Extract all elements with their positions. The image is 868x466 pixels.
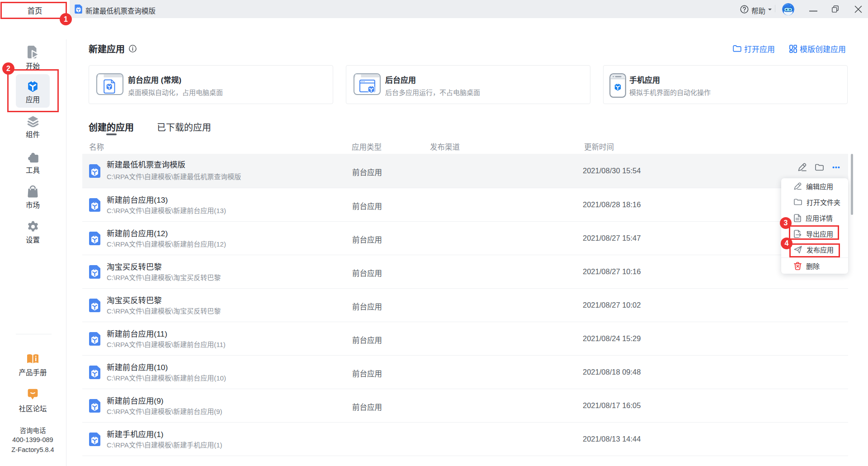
table-row[interactable]: 淘宝买反转巴黎 C:\RPA文件\自建模板\淘宝买反转巴黎 前台应用 2021/… — [82, 255, 848, 289]
row-app-type: 前台应用 — [352, 267, 382, 278]
contact-title: 咨询电话 — [0, 425, 66, 435]
active-tab-underline — [106, 133, 117, 135]
open-app-label: 打开应用 — [744, 43, 775, 54]
sidebar-item-components[interactable]: 组件 — [0, 116, 66, 139]
row-app-name: 新建前台应用(10) — [107, 362, 168, 373]
file-details-icon — [794, 214, 801, 222]
table-body: 新建最低机票查询模版 C:\RPA文件\自建模板\新建最低机票查询模版 前台应用… — [82, 154, 848, 456]
row-app-path: C:\RPA文件\自建模板\淘宝买反转巴黎 — [107, 272, 221, 282]
sidebar-divider-line — [66, 39, 66, 466]
card-mobile-app[interactable]: 手机应用 模拟手机界面的自动化操作 — [603, 65, 848, 104]
sidebar-item-label: 产品手册 — [0, 367, 66, 377]
card-desc: 后台多应用运行，不占电脑桌面 — [385, 87, 480, 97]
annotation-badge-2: 2 — [2, 62, 14, 75]
edit-icon — [794, 182, 802, 190]
row-updated-time: 2021/08/17 16:05 — [583, 401, 641, 410]
tab-downloaded-label: 已下载的应用 — [157, 123, 211, 133]
row-app-name: 淘宝买反转巴黎 — [107, 262, 162, 272]
app-doc-icon — [89, 198, 100, 212]
col-type: 应用类型 — [352, 141, 382, 152]
row-app-type: 前台应用 — [352, 234, 382, 245]
backend-app-icon — [354, 73, 381, 95]
row-app-type: 前台应用 — [352, 166, 382, 177]
minimize-icon — [809, 10, 818, 12]
menu-item-label: 编辑应用 — [806, 181, 833, 191]
info-icon[interactable] — [129, 45, 137, 52]
open-folder-icon — [733, 45, 741, 52]
table-row[interactable]: 新建手机应用(1) C:\RPA文件\自建模板\新建手机应用(1) 2021/0… — [82, 423, 848, 456]
table-row[interactable]: 淘宝买反转巴黎 C:\RPA文件\自建模板\淘宝买反转巴黎 前台应用 2021/… — [82, 289, 848, 322]
minimize-button[interactable] — [804, 0, 822, 18]
annotation-box-4 — [789, 243, 840, 257]
app-version: Z-Factory5.8.4 — [0, 446, 66, 453]
sidebar-item-market[interactable]: 市场 — [0, 185, 66, 209]
menu-item-label: 应用详情 — [806, 213, 833, 223]
card-title: 后台应用 — [385, 75, 480, 86]
folder-icon — [794, 199, 802, 205]
row-updated-time: 2021/08/24 15:29 — [583, 334, 641, 343]
row-app-name: 新建前台应用(11) — [107, 328, 167, 339]
app-doc-icon — [89, 332, 100, 346]
row-app-type: 前台应用 — [352, 368, 382, 379]
row-app-path: C:\RPA文件\自建模板\新建前台应用(11) — [107, 339, 226, 349]
folder-icon[interactable] — [815, 164, 824, 171]
robot-avatar-icon — [782, 3, 794, 15]
row-app-path: C:\RPA文件\自建模板\新建前台应用(13) — [107, 205, 226, 215]
components-icon — [27, 116, 39, 127]
forum-bubble-icon — [28, 389, 38, 400]
template-grid-icon — [789, 45, 797, 53]
card-desc: 桌面模拟自动化，占用电脑桌面 — [128, 87, 223, 97]
sidebar-item-tools[interactable]: 工具 — [0, 151, 66, 175]
sidebar-item-forum[interactable]: 社区论坛 — [0, 389, 66, 413]
settings-icon — [27, 221, 39, 233]
table-row[interactable]: 新建最低机票查询模版 C:\RPA文件\自建模板\新建最低机票查询模版 前台应用… — [82, 154, 848, 188]
row-app-type: 前台应用 — [352, 200, 382, 211]
apps-table: 名称 应用类型 发布渠道 更新时间 新建最低机票查询模版 C:\RPA文件\自建… — [82, 140, 848, 456]
tab-downloaded-apps[interactable]: 已下载的应用 — [157, 120, 211, 133]
annotation-badge-1: 1 — [60, 13, 72, 25]
annotation-badge-4: 4 — [781, 238, 793, 249]
row-app-path: C:\RPA文件\自建模板\新建前台应用(9) — [107, 406, 222, 416]
menu-item-delete[interactable]: 删除 — [781, 258, 848, 274]
col-channel: 发布渠道 — [430, 141, 460, 152]
table-row[interactable]: 新建前台应用(13) C:\RPA文件\自建模板\新建前台应用(13) 前台应用… — [82, 188, 848, 222]
manual-book-icon — [27, 354, 39, 364]
more-actions-icon[interactable] — [832, 166, 840, 169]
sidebar-item-label: 组件 — [0, 129, 66, 139]
tab-created-apps[interactable]: 创建的应用 — [89, 120, 134, 133]
app-doc-icon — [89, 399, 100, 413]
avatar[interactable] — [782, 3, 794, 15]
tab-document-label: 新建最低机票查询模版 — [85, 5, 156, 15]
restore-icon — [832, 5, 839, 13]
scrollbar-thumb[interactable] — [851, 154, 853, 215]
open-app-link[interactable]: 打开应用 — [733, 43, 775, 54]
edit-icon[interactable] — [798, 163, 807, 171]
sidebar-item-settings[interactable]: 设置 — [0, 221, 66, 244]
restore-button[interactable] — [826, 0, 844, 18]
app-doc-icon — [75, 5, 82, 14]
app-doc-icon — [89, 265, 100, 279]
table-row[interactable]: 新建前台应用(9) C:\RPA文件\自建模板\新建前台应用(9) 前台应用 2… — [82, 389, 848, 423]
template-create-label: 模版创建应用 — [800, 43, 846, 54]
sidebar-item-label: 工具 — [0, 165, 66, 175]
card-backend-app[interactable]: 后台应用 后台多应用运行，不占电脑桌面 — [346, 65, 590, 104]
template-create-link[interactable]: 模版创建应用 — [789, 43, 846, 54]
help-menu[interactable]: 帮助 — [740, 0, 772, 18]
close-button[interactable] — [849, 0, 867, 18]
card-frontend-app[interactable]: 前台应用 (常规) 桌面模拟自动化，占用电脑桌面 — [89, 65, 333, 104]
close-icon — [854, 5, 862, 13]
menu-item-open-folder[interactable]: 打开文件夹 — [781, 194, 848, 210]
caret-down-icon — [768, 9, 772, 10]
col-updated: 更新时间 — [584, 141, 614, 152]
app-doc-icon — [89, 366, 100, 379]
table-row[interactable]: 新建前台应用(11) C:\RPA文件\自建模板\新建前台应用(11) 前台应用… — [82, 322, 848, 356]
row-app-path: C:\RPA文件\自建模板\新建手机应用(1) — [107, 440, 222, 449]
table-row[interactable]: 新建前台应用(10) C:\RPA文件\自建模板\新建前台应用(10) 前台应用… — [82, 356, 848, 389]
sidebar-item-manual[interactable]: 产品手册 — [0, 354, 66, 377]
row-app-path: C:\RPA文件\自建模板\新建前台应用(12) — [107, 239, 226, 248]
row-updated-time: 2021/08/28 18:16 — [583, 200, 641, 209]
row-app-type: 前台应用 — [352, 301, 382, 312]
tab-document[interactable]: 新建最低机票查询模版 — [70, 0, 156, 18]
menu-item-edit[interactable]: 编辑应用 — [781, 178, 848, 194]
table-row[interactable]: 新建前台应用(12) C:\RPA文件\自建模板\新建前台应用(12) 前台应用… — [82, 222, 848, 255]
